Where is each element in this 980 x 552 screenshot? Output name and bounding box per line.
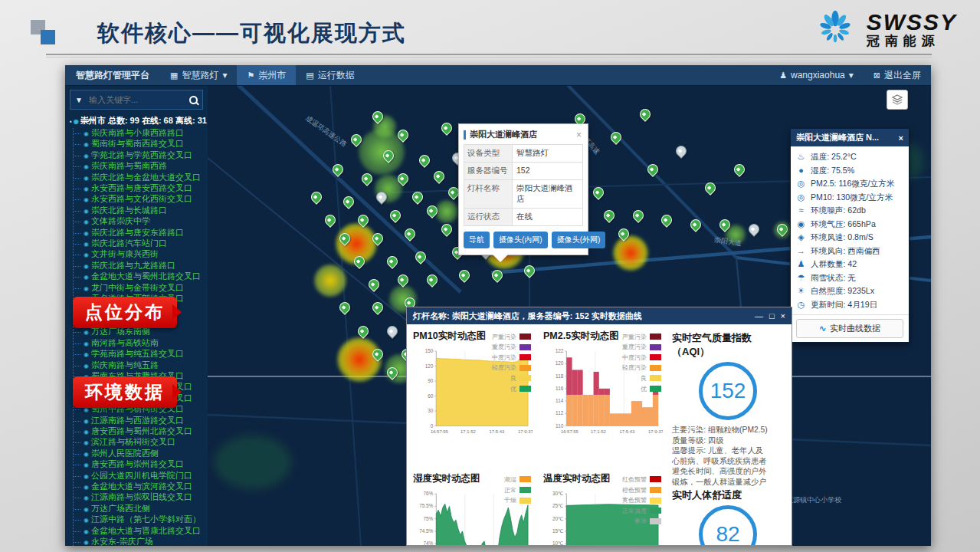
header-divider <box>46 54 932 55</box>
popup-row: 设备类型智慧路灯 <box>464 145 583 163</box>
close-icon[interactable]: × <box>899 133 903 143</box>
filter-icon[interactable]: ▼ <box>75 96 83 104</box>
sidebar-item[interactable]: ◉崇庆北路与金盆地大道交叉口 <box>74 172 208 183</box>
legend-label: 黄色预警 <box>622 496 647 504</box>
svg-text:120: 120 <box>556 360 564 366</box>
svg-text:75%: 75% <box>424 516 434 521</box>
env-row: ♟人群数量: 42 <box>796 258 903 271</box>
nav-item-streetlights[interactable]: ▦ 智慧路灯 ▾ <box>160 65 237 85</box>
popup-row: 运行状态在线 <box>464 209 583 226</box>
sidebar-item[interactable]: ◉江源中路（第七小学斜对面） <box>74 514 208 525</box>
streetlight-icon: ◉ <box>84 340 89 347</box>
legend-label: 严重污染 <box>492 333 516 341</box>
sidebar-item[interactable]: ◉永安西路与文化西街交叉口 <box>74 194 208 205</box>
sidebar-item[interactable]: ◉南河路与高铁站南 <box>74 338 208 349</box>
user-menu[interactable]: ♟ wangxiaohua ▾ <box>769 65 864 85</box>
search-icon[interactable] <box>189 96 198 104</box>
sidebar-item[interactable]: ◉江源南路与西游路交叉口 <box>74 416 208 426</box>
sidebar-item[interactable]: ◉唐安西路与崇州路交叉口 <box>74 459 208 470</box>
sidebar-item[interactable]: ◉唐安西路与蜀州北路交叉口 <box>74 426 208 437</box>
tree-root[interactable]: ▪◉崇州市 总数: 99 在线: 68 离线: 31 <box>65 113 208 128</box>
sidebar-item[interactable]: ◉永安东-崇庆广场 <box>74 537 208 546</box>
legend-swatch <box>650 508 661 514</box>
svg-text:118: 118 <box>556 373 564 379</box>
sidebar-item[interactable]: ◉永安西路与唐安西路交叉口 <box>74 183 208 194</box>
close-icon[interactable]: × <box>781 311 785 320</box>
sidebar-item[interactable]: ◉蜀南街与蜀南西路交叉口 <box>74 139 208 150</box>
nav-item-city[interactable]: ⚑ 崇州市 <box>237 65 296 85</box>
svg-text:17:9:37: 17:9:37 <box>518 429 533 434</box>
legend-item: 重度污染 <box>492 343 531 351</box>
legend-item: 橙色预警 <box>622 486 661 495</box>
sidebar-item[interactable]: ◉金盆地大道与蜀州北路交叉口 <box>74 271 208 282</box>
comfort-value: 82 <box>716 522 739 545</box>
navigate-button[interactable]: 导航 <box>464 232 490 248</box>
nav-label: 运行数据 <box>318 69 355 82</box>
legend-swatch <box>519 386 531 392</box>
sidebar-item-label: 文体路崇庆中学 <box>91 216 150 225</box>
sidebar-item[interactable]: ◉万达广场西北侧 <box>74 504 208 514</box>
sidebar-item[interactable]: ◉江源南路与崇双旧线交叉口 <box>74 492 208 503</box>
sidebar-item[interactable]: ◉崇庆南路与蜀南西路 <box>74 161 208 172</box>
sidebar-item[interactable]: ◉崇庆北路与九龙路路口 <box>74 261 208 271</box>
env-row-text: 环境风向: 西南偏西 <box>811 245 880 258</box>
legend-swatch <box>650 386 661 392</box>
sidebar-item[interactable]: ◉文井街与康兴西街 <box>74 249 208 260</box>
header-divider-2 <box>46 57 932 58</box>
svg-text:16:57:55: 16:57:55 <box>431 429 449 434</box>
camera-intranet-button[interactable]: 摄像头(内网) <box>493 232 548 248</box>
sidebar-item-label: 崇州人民医院西侧 <box>91 449 159 458</box>
data-table-icon: ▤ <box>306 71 313 80</box>
legend-item: 优 <box>622 385 661 393</box>
popup-field-label: 设备类型 <box>464 145 513 162</box>
svg-text:120: 120 <box>425 363 434 369</box>
popup-field-value: 崇阳大道澜峰酒店 <box>513 180 582 208</box>
collapse-icon[interactable]: ▪ <box>70 118 72 125</box>
minimize-icon[interactable]: — <box>755 311 763 320</box>
sidebar-item-label: 万达广场东南侧 <box>91 327 150 336</box>
legend-swatch <box>519 354 531 360</box>
sidebar-item[interactable]: ◉崇庆北路汽车站门口 <box>74 238 208 249</box>
sidebar-item[interactable]: ◉崇庆南路与纯五路 <box>74 360 208 371</box>
pm25-chart-cell: PM2.5实时动态图严重污染重度污染中度污染轻度污染良优110112114116… <box>537 326 667 468</box>
exit-fullscreen-button[interactable]: ⊠ 退出全屏 <box>864 65 931 85</box>
legend-item: 重度污染 <box>622 343 661 351</box>
sidebar-item[interactable]: ◉滨江路与杨祠街交叉口 <box>74 437 208 448</box>
keyword-input[interactable] <box>87 94 185 105</box>
sidebar-item[interactable]: ◉学苑北路与学苑西路交叉口 <box>74 150 208 161</box>
camera-internet-button[interactable]: 摄像头(外网) <box>552 232 606 248</box>
sidebar-item[interactable]: ◉金盆地大道与晋康北路交叉口 <box>74 526 208 537</box>
legend-item: 红色预警 <box>622 475 661 484</box>
sidebar-item-label: 滨江路与杨祠街交叉口 <box>91 437 175 446</box>
sidebar-item[interactable]: ◉公园大道四川机电学院门口 <box>74 471 208 481</box>
restore-icon[interactable]: □ <box>769 311 775 320</box>
svg-text:17:1:52: 17:1:52 <box>591 429 606 434</box>
legend-item: 黄色预警 <box>622 496 661 504</box>
sidebar-item[interactable]: ◉金盆地大道与滨河路交叉口 <box>74 481 208 492</box>
close-icon[interactable]: × <box>575 130 583 140</box>
env-row: ◎PM10: 130微克/立方米 <box>796 191 903 205</box>
company-logo: SWSSY 冠南能源 <box>811 6 957 52</box>
sidebar-item[interactable]: ◉文体路崇庆中学 <box>74 216 208 227</box>
sidebar-item[interactable]: ◉崇州人民医院西侧 <box>74 449 208 459</box>
sidebar-item[interactable]: ◉万达广场东南侧 <box>74 327 208 337</box>
sidebar-item[interactable]: ◉龙门中街与金带街交叉口 <box>74 283 208 294</box>
svg-text:16:57:55: 16:57:55 <box>561 429 579 434</box>
legend-item: 严重污染 <box>622 333 661 341</box>
sidebar-item[interactable]: ◉崇庆北路与长城路口 <box>74 205 208 216</box>
sidebar-item[interactable]: ◉崇庆北路与唐安东路路口 <box>74 228 208 238</box>
sidebar-item[interactable]: ◉崇庆南路与小康西路路口 <box>74 128 208 139</box>
realtime-curve-button[interactable]: ∿实时曲线数据 <box>796 319 903 338</box>
svg-text:76%: 76% <box>424 491 434 497</box>
aqi-notes: 主要污染: 细颗粒物(PM2.5) 质量等级: 四级 温馨提示: 儿童、老年人及… <box>672 425 785 487</box>
svg-text:25℃: 25℃ <box>552 504 563 509</box>
wind-direction-icon: → <box>796 245 806 258</box>
streetlight-icon: ◉ <box>84 495 89 501</box>
realtime-curve-label: 实时曲线数据 <box>830 324 880 333</box>
sidebar-item[interactable]: ◉学苑南路与纯五路交叉口 <box>74 349 208 360</box>
logo-name: SWSSY <box>867 10 957 34</box>
map-layers-button[interactable] <box>887 90 908 110</box>
app-brand: 智慧路灯管理平台 <box>65 69 160 82</box>
nav-item-running-data[interactable]: ▤ 运行数据 <box>296 65 364 85</box>
popup-title: 崇阳大道澜峰酒店 <box>470 129 575 140</box>
